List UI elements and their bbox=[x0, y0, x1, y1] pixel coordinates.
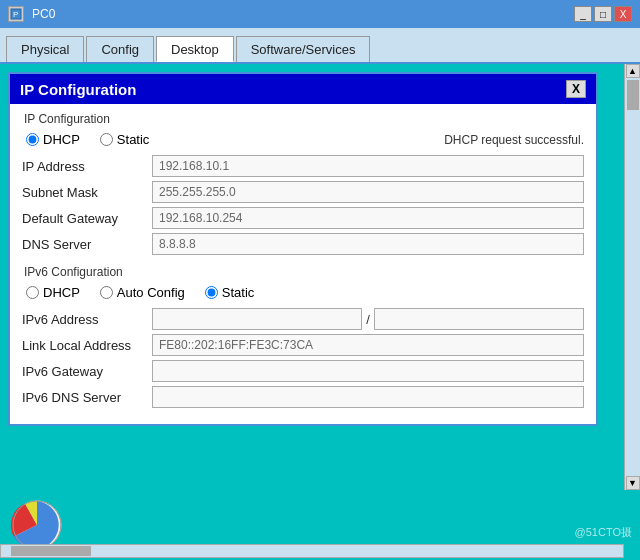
ipv6-gateway-input[interactable] bbox=[152, 360, 584, 382]
subnet-mask-label: Subnet Mask bbox=[22, 185, 152, 200]
dhcp-status: DHCP request successful. bbox=[444, 133, 584, 147]
ipv6-address-input-wrap: / bbox=[152, 308, 584, 330]
tab-software-services[interactable]: Software/Services bbox=[236, 36, 371, 62]
ipv6-slash: / bbox=[366, 312, 370, 327]
window-icon: P bbox=[8, 6, 24, 22]
ipv4-mode-row: DHCP Static DHCP request successful. bbox=[22, 132, 584, 147]
close-button[interactable]: X bbox=[614, 6, 632, 22]
static-radio-item: Static bbox=[100, 132, 150, 147]
title-bar: P PC0 _ □ X bbox=[0, 0, 640, 28]
ipv6-gateway-row: IPv6 Gateway bbox=[22, 360, 584, 382]
ipv6-auto-radio-item: Auto Config bbox=[100, 285, 185, 300]
ipv6-static-radio[interactable] bbox=[205, 286, 218, 299]
dns-server-label: DNS Server bbox=[22, 237, 152, 252]
dhcp-radio-item: DHCP bbox=[26, 132, 80, 147]
ipv6-gateway-label: IPv6 Gateway bbox=[22, 364, 152, 379]
static-label: Static bbox=[117, 132, 150, 147]
bottom-area: @51CTO摄 bbox=[0, 490, 640, 560]
ipv6-address-label: IPv6 Address bbox=[22, 312, 152, 327]
bottom-scrollbar[interactable] bbox=[0, 544, 624, 558]
dns-server-row: DNS Server bbox=[22, 233, 584, 255]
ip-config-header: IP Configuration X bbox=[10, 74, 596, 104]
subnet-mask-input[interactable] bbox=[152, 181, 584, 203]
link-local-input[interactable] bbox=[152, 334, 584, 356]
ipv6-auto-label: Auto Config bbox=[117, 285, 185, 300]
ipv6-dhcp-radio[interactable] bbox=[26, 286, 39, 299]
window-title: PC0 bbox=[32, 7, 566, 21]
ipv6-address-input[interactable] bbox=[152, 308, 362, 330]
ip-config-body: IP Configuration DHCP Static DHCP reques… bbox=[10, 104, 596, 424]
ipv6-static-label: Static bbox=[222, 285, 255, 300]
ipv6-dhcp-radio-item: DHCP bbox=[26, 285, 80, 300]
link-local-label: Link Local Address bbox=[22, 338, 152, 353]
ip-config-title: IP Configuration bbox=[20, 81, 136, 98]
watermark: @51CTO摄 bbox=[575, 525, 632, 540]
content-area: IP Configuration X IP Configuration DHCP bbox=[0, 64, 640, 490]
svg-text:P: P bbox=[13, 10, 18, 19]
ip-address-row: IP Address bbox=[22, 155, 584, 177]
tab-physical[interactable]: Physical bbox=[6, 36, 84, 62]
link-local-row: Link Local Address bbox=[22, 334, 584, 356]
scroll-down-button[interactable]: ▼ bbox=[626, 476, 640, 490]
ipv6-dns-input[interactable] bbox=[152, 386, 584, 408]
ipv4-section-label: IP Configuration bbox=[22, 112, 584, 126]
dns-server-input[interactable] bbox=[152, 233, 584, 255]
window-controls: _ □ X bbox=[574, 6, 632, 22]
ipv6-dns-row: IPv6 DNS Server bbox=[22, 386, 584, 408]
ipv6-dhcp-label: DHCP bbox=[43, 285, 80, 300]
default-gateway-row: Default Gateway bbox=[22, 207, 584, 229]
main-panel: IP Configuration X IP Configuration DHCP bbox=[0, 64, 624, 490]
ipv6-auto-radio[interactable] bbox=[100, 286, 113, 299]
ip-config-dialog: IP Configuration X IP Configuration DHCP bbox=[8, 72, 598, 426]
scroll-up-button[interactable]: ▲ bbox=[626, 64, 640, 78]
main-window: P PC0 _ □ X Physical Config Desktop Soft… bbox=[0, 0, 640, 560]
right-scrollbar: ▲ ▼ bbox=[624, 64, 640, 490]
tab-config[interactable]: Config bbox=[86, 36, 154, 62]
minimize-button[interactable]: _ bbox=[574, 6, 592, 22]
dhcp-label: DHCP bbox=[43, 132, 80, 147]
bottom-scroll-thumb bbox=[11, 546, 91, 556]
ip-address-label: IP Address bbox=[22, 159, 152, 174]
ipv6-prefix-input[interactable] bbox=[374, 308, 584, 330]
ipv6-mode-row: DHCP Auto Config Static bbox=[22, 285, 584, 300]
ipv6-address-row: IPv6 Address / bbox=[22, 308, 584, 330]
subnet-mask-row: Subnet Mask bbox=[22, 181, 584, 203]
ipv6-section-label: IPv6 Configuration bbox=[22, 265, 584, 279]
ip-address-input[interactable] bbox=[152, 155, 584, 177]
scroll-thumb bbox=[627, 80, 639, 110]
ipv6-static-radio-item: Static bbox=[205, 285, 255, 300]
restore-button[interactable]: □ bbox=[594, 6, 612, 22]
ip-config-close-button[interactable]: X bbox=[566, 80, 586, 98]
scroll-track[interactable] bbox=[625, 78, 640, 476]
dhcp-radio[interactable] bbox=[26, 133, 39, 146]
tab-desktop[interactable]: Desktop bbox=[156, 36, 234, 62]
tab-bar: Physical Config Desktop Software/Service… bbox=[0, 28, 640, 64]
ipv6-dns-label: IPv6 DNS Server bbox=[22, 390, 152, 405]
static-radio[interactable] bbox=[100, 133, 113, 146]
default-gateway-label: Default Gateway bbox=[22, 211, 152, 226]
default-gateway-input[interactable] bbox=[152, 207, 584, 229]
